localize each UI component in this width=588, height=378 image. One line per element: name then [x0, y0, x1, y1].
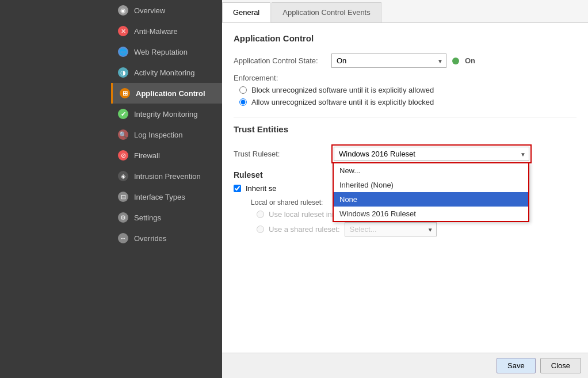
overview-icon: ◉ — [118, 5, 128, 16]
option-none[interactable]: None — [334, 192, 528, 207]
radio-block-row: Block unrecognized software until it is … — [239, 86, 576, 94]
sidebar-item-firewall[interactable]: ⊘Firewall — [111, 145, 222, 166]
sidebar-item-intrusion-prevention[interactable]: ◈Intrusion Prevention — [111, 166, 222, 186]
sidebar-item-anti-malware[interactable]: ✕Anti-Malware — [111, 21, 222, 41]
tab-general[interactable]: General — [222, 2, 270, 22]
overrides-icon: ↔ — [118, 233, 128, 243]
trust-ruleset-row: Trust Ruleset: Windows 2016 Ruleset ▼ Ne… — [234, 144, 576, 163]
option-new[interactable]: New... — [334, 163, 528, 178]
sidebar-item-web-reputation[interactable]: 🌐Web Reputation — [111, 41, 222, 62]
sidebar-item-label-overview: Overview — [134, 6, 165, 15]
inherit-label: Inherit se — [246, 184, 276, 193]
state-row: Application Control State: On Off ▼ On — [234, 54, 576, 68]
radio-block-label: Block unrecognized software until it is … — [251, 86, 434, 94]
trust-entities-section: Trust Entities Trust Ruleset: Windows 20… — [234, 117, 576, 236]
option-windows-2016[interactable]: Windows 2016 Ruleset — [334, 207, 528, 221]
radio-block[interactable] — [239, 86, 247, 94]
status-label: On — [465, 56, 475, 65]
use-local-radio[interactable] — [257, 211, 264, 218]
radio-allow-label: Allow unrecognized software until it is … — [251, 98, 434, 106]
section-title: Application Control — [234, 33, 576, 45]
state-dropdown[interactable]: On Off — [331, 54, 446, 68]
sidebar-item-overrides[interactable]: ↔Overrides — [111, 228, 222, 249]
trust-ruleset-dropdown[interactable]: Windows 2016 Ruleset — [334, 147, 529, 161]
firewall-icon: ⊘ — [118, 150, 128, 161]
trust-ruleset-label: Trust Ruleset: — [234, 150, 326, 158]
sidebar-item-log-inspection[interactable]: 🔍Log Inspection — [111, 124, 222, 145]
tab-app-control-events[interactable]: Application Control Events — [272, 2, 381, 22]
sidebar-item-label-interface-types: Interface Types — [134, 193, 185, 201]
status-dot — [452, 58, 459, 64]
sidebar-item-settings[interactable]: ⚙Settings — [111, 207, 222, 228]
sidebar-item-label-overrides: Overrides — [134, 234, 166, 243]
inherit-checkbox[interactable] — [234, 185, 241, 192]
sidebar-item-label-web-reputation: Web Reputation — [134, 48, 188, 56]
webrep-icon: 🌐 — [118, 47, 128, 57]
enforcement-label: Enforcement: — [234, 74, 576, 82]
sidebar-panel: ◉Overview✕Anti-Malware🌐Web Reputation◑Ac… — [111, 0, 222, 378]
sidebar-item-overview[interactable]: ◉Overview — [111, 0, 222, 21]
sidebar-item-label-activity-monitoring: Activity Monitoring — [134, 68, 194, 77]
tab-bar: GeneralApplication Control Events — [222, 0, 588, 23]
radio-allow-row: Allow unrecognized software until it is … — [239, 98, 576, 106]
use-shared-row: Use a shared ruleset: Select... ▼ — [257, 222, 576, 236]
sidebar-item-label-application-control: Application Control — [136, 89, 205, 98]
state-dropdown-wrapper: On Off ▼ — [331, 54, 446, 68]
antimalware-icon: ✕ — [118, 26, 128, 36]
shared-ruleset-dropdown-wrapper: Select... ▼ — [345, 222, 437, 236]
radio-allow[interactable] — [239, 98, 247, 106]
close-button[interactable]: Close — [540, 358, 581, 373]
integrity-icon: ✔ — [118, 109, 128, 119]
sidebar-item-integrity-monitoring[interactable]: ✔Integrity Monitoring — [111, 104, 222, 124]
sidebar — [0, 0, 111, 378]
settings-icon: ⚙ — [118, 212, 128, 223]
sidebar-item-label-log-inspection: Log Inspection — [134, 131, 183, 139]
sidebar-item-label-intrusion-prevention: Intrusion Prevention — [134, 172, 201, 181]
sidebar-item-label-integrity-monitoring: Integrity Monitoring — [134, 110, 198, 119]
trust-dropdown-popup: New... Inherited (None) None Windows 201… — [333, 162, 529, 222]
sidebar-item-label-anti-malware: Anti-Malware — [134, 27, 178, 36]
state-label: Application Control State: — [234, 56, 326, 65]
sidebar-item-label-firewall: Firewall — [134, 151, 160, 160]
content-area: Application Control Application Control … — [222, 23, 588, 353]
trust-dropdown-container: Windows 2016 Ruleset ▼ New... Inherited … — [331, 144, 532, 163]
bottom-bar: Save Close — [222, 353, 588, 378]
interface-icon: ⊟ — [118, 192, 128, 202]
trust-dropdown-wrapper: Windows 2016 Ruleset ▼ — [334, 147, 529, 161]
sidebar-item-label-settings: Settings — [134, 213, 161, 222]
save-button[interactable]: Save — [497, 358, 536, 373]
loginspect-icon: 🔍 — [118, 129, 128, 140]
sidebar-item-interface-types[interactable]: ⊟Interface Types — [111, 186, 222, 207]
use-shared-radio[interactable] — [257, 226, 264, 233]
activity-icon: ◑ — [118, 67, 128, 78]
appcontrol-icon: ⊞ — [120, 88, 130, 98]
trust-section-title: Trust Entities — [234, 124, 576, 136]
use-shared-label: Use a shared ruleset: — [269, 225, 340, 234]
sidebar-item-application-control[interactable]: ⊞Application Control — [111, 83, 222, 104]
shared-ruleset-dropdown[interactable]: Select... — [345, 222, 437, 236]
sidebar-item-activity-monitoring[interactable]: ◑Activity Monitoring — [111, 62, 222, 83]
option-inherited-none[interactable]: Inherited (None) — [334, 178, 528, 192]
intrusion-icon: ◈ — [118, 171, 128, 181]
main-panel: GeneralApplication Control Events Applic… — [222, 0, 588, 378]
